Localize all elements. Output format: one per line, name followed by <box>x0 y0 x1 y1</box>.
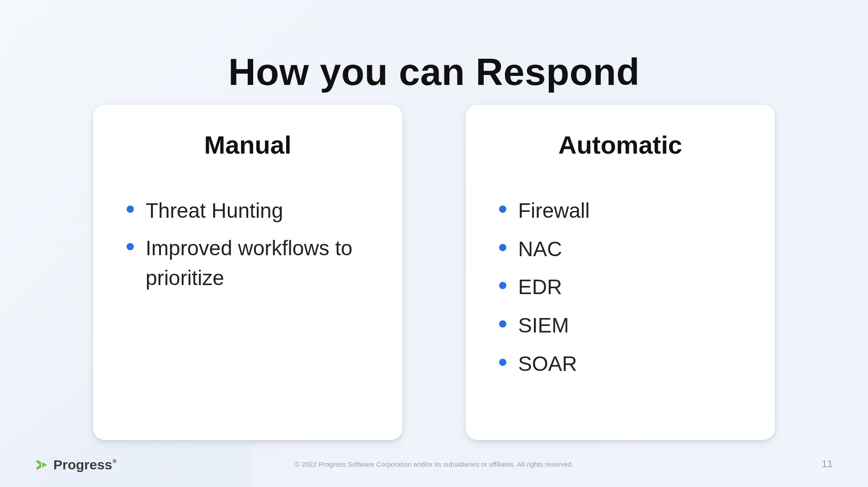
card-automatic: Automatic Firewall NAC EDR SIEM SOAR <box>466 105 775 440</box>
list-item: SOAR <box>497 349 743 379</box>
list-item: NAC <box>497 234 743 264</box>
card-manual: Manual Threat Hunting Improved workflows… <box>93 105 402 440</box>
footer: Progress® © 2022 Progress Software Corpo… <box>0 447 868 474</box>
card-automatic-list: Firewall NAC EDR SIEM SOAR <box>497 196 743 379</box>
slide: How you can Respond Manual Threat Huntin… <box>0 0 868 487</box>
footer-copyright: © 2022 Progress Software Corporation and… <box>0 460 868 468</box>
card-manual-title: Manual <box>125 130 371 159</box>
list-item: Improved workflows to prioritize <box>125 233 371 293</box>
list-item: Threat Hunting <box>125 196 371 226</box>
cards-row: Manual Threat Hunting Improved workflows… <box>93 105 775 440</box>
page-number: 11 <box>822 458 833 470</box>
slide-title: How you can Respond <box>0 50 868 94</box>
card-manual-list: Threat Hunting Improved workflows to pri… <box>125 196 371 293</box>
list-item: Firewall <box>497 196 743 226</box>
card-automatic-title: Automatic <box>497 130 743 159</box>
list-item: SIEM <box>497 310 743 341</box>
list-item: EDR <box>497 272 743 302</box>
